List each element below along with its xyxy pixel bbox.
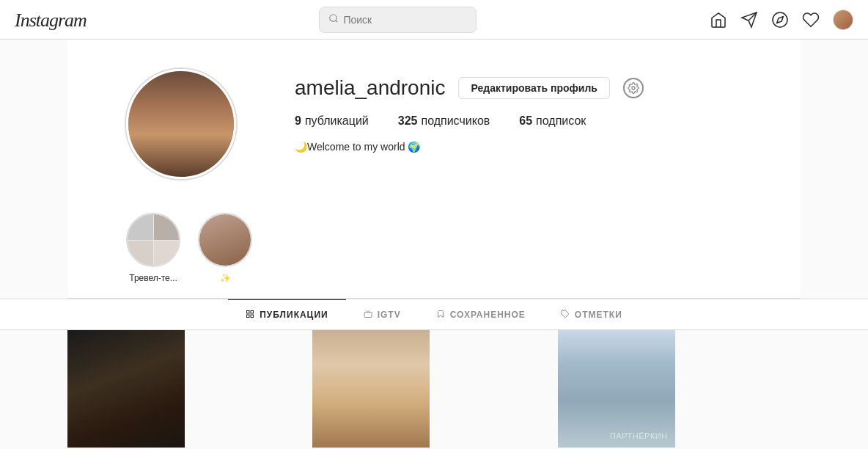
story-circle-person [198, 213, 252, 267]
svg-rect-10 [251, 315, 254, 318]
stories-list: Тревел-те... ✨ [126, 213, 742, 283]
profile-info: amelia_andronic Редактировать профиль 9 … [295, 69, 742, 155]
followers-label: подписчиков [421, 114, 490, 128]
profile-username: amelia_andronic [295, 76, 445, 100]
svg-rect-8 [251, 311, 254, 314]
following-count: 65 [519, 114, 532, 128]
search-bar[interactable] [319, 7, 477, 33]
story-label-person: ✨ [220, 273, 231, 283]
svg-marker-5 [777, 16, 783, 22]
posts-stat: 9 публикаций [295, 114, 369, 128]
heart-icon[interactable] [802, 11, 820, 29]
photo-item-1[interactable] [67, 330, 185, 448]
avatar-image [128, 71, 234, 177]
edit-profile-button[interactable]: Редактировать профиль [458, 77, 610, 99]
profile-avatar-nav[interactable] [833, 10, 853, 30]
nav-icons [710, 10, 853, 30]
tab-publications-label: ПУБЛИКАЦИИ [260, 310, 328, 320]
following-stat[interactable]: 65 подписок [519, 114, 586, 128]
svg-line-1 [336, 21, 338, 23]
tabs-section: ПУБЛИКАЦИИ IGTV СОХРАНЕННОЕ [0, 299, 868, 330]
following-label: подписок [536, 114, 586, 128]
main-content: amelia_andronic Редактировать профиль 9 … [0, 40, 868, 449]
story-item-travel[interactable]: Тревел-те... [126, 213, 180, 283]
svg-rect-9 [247, 315, 250, 318]
story-image-travel [128, 214, 179, 266]
tabs-list: ПУБЛИКАЦИИ IGTV СОХРАНЕННОЕ [214, 299, 654, 329]
tab-tagged-label: ОТМЕТКИ [575, 310, 622, 320]
search-input[interactable] [343, 14, 467, 26]
tab-saved-label: СОХРАНЕННОЕ [450, 310, 526, 320]
profile-top-row: amelia_andronic Редактировать профиль [295, 76, 742, 100]
tv-icon [364, 309, 372, 321]
followers-stat[interactable]: 325 подписчиков [398, 114, 490, 128]
avatar-image-nav [834, 10, 853, 29]
tab-publications[interactable]: ПУБЛИКАЦИИ [228, 299, 345, 329]
home-icon[interactable] [710, 11, 727, 29]
header: Instagram [0, 0, 868, 40]
stories-section: Тревел-те... ✨ [67, 201, 801, 298]
svg-point-6 [632, 87, 635, 90]
svg-rect-7 [247, 311, 250, 314]
photos-grid: ПАРТНЁРКИН [67, 330, 801, 448]
posts-count: 9 [295, 114, 301, 128]
story-cell-2 [154, 214, 180, 240]
svg-point-4 [773, 12, 787, 27]
instagram-logo[interactable]: Instagram [15, 8, 87, 32]
tab-saved[interactable]: СОХРАНЕННОЕ [419, 299, 543, 329]
search-icon [328, 13, 339, 26]
settings-icon[interactable] [623, 78, 644, 98]
profile-section: amelia_andronic Редактировать профиль 9 … [67, 40, 801, 201]
photo-item-3[interactable]: ПАРТНЁРКИН [558, 330, 675, 448]
story-cell-1 [128, 214, 153, 240]
story-item-person[interactable]: ✨ [198, 213, 252, 283]
posts-label: публикаций [305, 114, 369, 128]
tab-tagged[interactable]: ОТМЕТКИ [543, 299, 640, 329]
svg-point-0 [330, 15, 336, 21]
followers-count: 325 [398, 114, 418, 128]
profile-avatar [126, 69, 236, 179]
photo-item-2[interactable] [312, 330, 430, 448]
grid-icon [246, 309, 254, 321]
bookmark-icon [436, 309, 445, 321]
send-icon[interactable] [740, 11, 758, 29]
story-label-travel: Тревел-те... [129, 273, 177, 283]
tab-igtv-label: IGTV [378, 310, 401, 320]
svg-rect-11 [364, 313, 372, 318]
profile-stats: 9 публикаций 325 подписчиков 65 подписок [295, 114, 742, 128]
story-cell-4 [154, 241, 180, 266]
story-image-person [199, 214, 251, 266]
watermark: ПАРТНЁРКИН [610, 431, 668, 440]
story-circle-travel [126, 213, 180, 267]
tag-icon [561, 309, 570, 321]
tab-igtv[interactable]: IGTV [346, 299, 419, 329]
profile-avatar-wrapper [126, 69, 236, 179]
profile-bio: 🌙Welcome to my world 🌍 [295, 139, 742, 155]
explore-icon[interactable] [771, 11, 789, 29]
story-cell-3 [128, 241, 153, 266]
